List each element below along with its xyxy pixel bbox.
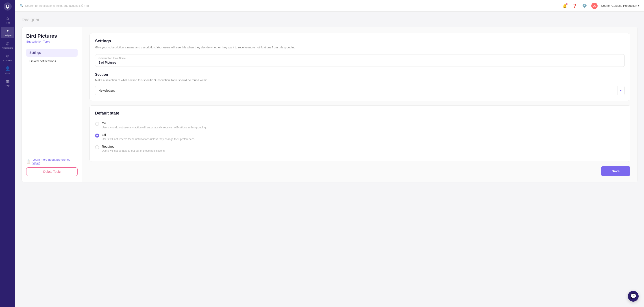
sidebar: ⌂ Home ✦ Designer ◎ Automations ⊕ Channe… (0, 0, 15, 307)
radio-on[interactable] (95, 122, 99, 126)
radio-on-text: On Users who do not take any action will… (102, 121, 207, 130)
sidebar-logo (3, 2, 12, 11)
sidebar-item-users[interactable]: 👤 Users (1, 64, 14, 76)
notification-dot (566, 3, 568, 5)
avatar: CG (591, 3, 598, 9)
workspace-label[interactable]: Courier Guides / Production ▾ (601, 4, 640, 7)
sidebar-item-logs[interactable]: ▦ Logs (1, 77, 14, 88)
radio-option-on: On Users who do not take any action will… (95, 121, 625, 130)
designer-icon: ✦ (6, 28, 10, 33)
learn-more-link[interactable]: 📋 Learn more about preference topics (26, 158, 78, 165)
topic-name-field-group: Subscription Topic Name (95, 54, 625, 67)
search-placeholder: Search for notifications, help, and acti… (25, 4, 89, 7)
settings-card: Settings Give your subscription a name a… (90, 33, 630, 101)
sidebar-item-channels[interactable]: ⊕ Channels (1, 52, 14, 63)
chat-bubble[interactable]: 💬 (628, 291, 638, 302)
radio-required-text: Required Users will not be able to opt o… (102, 145, 166, 153)
help-icon[interactable]: ❓ (572, 3, 578, 9)
sidebar-item-automations-label: Automations (2, 47, 13, 49)
content-area: Designer Bird Pictures Subscription Topi… (15, 12, 644, 307)
nav-item-settings[interactable]: Settings (26, 49, 78, 57)
save-button[interactable]: Save (601, 166, 630, 176)
book-icon: 📋 (26, 159, 31, 164)
left-panel: Bird Pictures Subscription Topic Setting… (22, 27, 82, 182)
main-card: Bird Pictures Subscription Topic Setting… (22, 27, 638, 182)
sidebar-item-home[interactable]: ⌂ Home (1, 14, 14, 26)
sidebar-item-home-label: Home (5, 22, 10, 24)
sidebar-item-designer[interactable]: ✦ Designer (1, 27, 14, 38)
users-icon: 👤 (5, 66, 10, 71)
channels-icon: ⊕ (6, 53, 10, 58)
topbar-search-area[interactable]: 🔍 Search for notifications, help, and ac… (20, 4, 559, 7)
settings-desc: Give your subscription a name and descri… (95, 45, 625, 50)
page-title: Designer (22, 17, 638, 22)
default-state-card: Default state On Users who do not take a… (90, 105, 630, 162)
delete-topic-button[interactable]: Delete Topic (26, 167, 78, 176)
radio-off[interactable] (95, 134, 99, 138)
search-icon: 🔍 (20, 4, 23, 7)
settings-title: Settings (95, 39, 625, 43)
left-panel-footer: 📋 Learn more about preference topics Del… (26, 153, 78, 176)
svg-point-1 (7, 5, 8, 7)
section-subtitle: Section (95, 73, 625, 77)
topic-name-heading: Bird Pictures (26, 33, 78, 39)
notifications-icon[interactable]: 🔔 (562, 3, 568, 9)
section-select[interactable]: Newsletters Updates Marketing Transactio… (95, 86, 625, 95)
topic-type-label: Subscription Topic (26, 40, 78, 43)
radio-option-off: Off Users will not receive these notific… (95, 133, 625, 141)
right-panel: Settings Give your subscription a name a… (82, 27, 638, 182)
nav-item-linked-notifications[interactable]: Linked notifications (26, 57, 78, 65)
sidebar-item-channels-label: Channels (3, 59, 12, 62)
section-select-wrap: Newsletters Updates Marketing Transactio… (95, 86, 625, 95)
sidebar-item-designer-label: Designer (4, 34, 12, 36)
default-state-title: Default state (95, 111, 625, 116)
topbar-right: 🔔 ❓ ⚙️ CG Courier Guides / Production ▾ (562, 3, 640, 9)
chat-icon: 💬 (630, 293, 636, 299)
automations-icon: ◎ (6, 41, 10, 46)
topic-name-input[interactable] (95, 54, 624, 66)
radio-required[interactable] (95, 145, 99, 149)
radio-off-text: Off Users will not receive these notific… (102, 133, 195, 141)
sidebar-item-logs-label: Logs (6, 84, 10, 87)
chevron-down-icon: ▾ (638, 4, 640, 7)
radio-option-required: Required Users will not be able to opt o… (95, 145, 625, 153)
save-bar: Save (90, 166, 630, 176)
left-nav: Settings Linked notifications (26, 49, 78, 65)
topic-name-label: Subscription Topic Name (98, 57, 126, 59)
home-icon: ⌂ (6, 16, 9, 21)
section-subtitle-desc: Make a selection of what section this sp… (95, 78, 625, 82)
settings-icon[interactable]: ⚙️ (582, 3, 588, 9)
main-wrapper: 🔍 Search for notifications, help, and ac… (15, 0, 644, 307)
topbar: 🔍 Search for notifications, help, and ac… (15, 0, 644, 12)
sidebar-item-users-label: Users (5, 72, 10, 74)
sidebar-item-automations[interactable]: ◎ Automations (1, 39, 14, 51)
topic-name-input-wrap: Subscription Topic Name (95, 54, 625, 67)
logs-icon: ▦ (6, 79, 10, 84)
